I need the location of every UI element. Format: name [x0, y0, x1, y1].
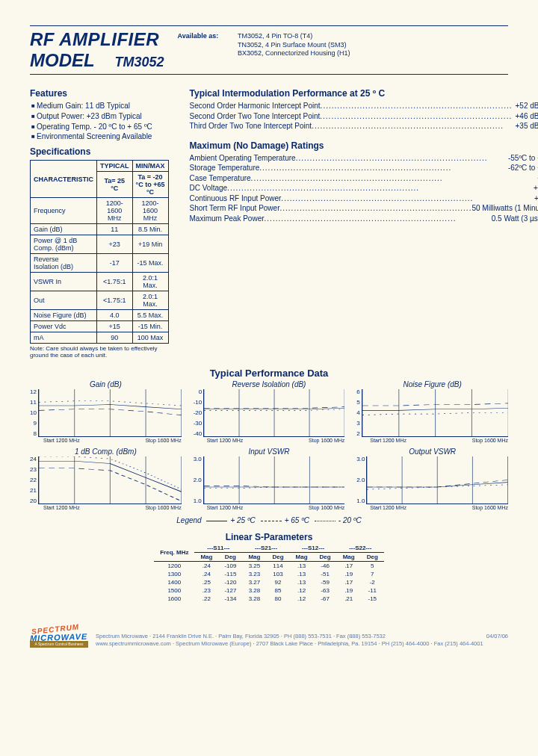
- spec-row-label: Out: [31, 291, 97, 310]
- list-label: Continuous RF Input Power: [190, 193, 282, 204]
- specs-table: CHARACTERISTIC TYPICAL MIN/MAX Ta= 25 °C…: [30, 160, 169, 344]
- list-label: Maximum Peak Power: [190, 214, 265, 224]
- sparam-col-s11: ---S11---: [194, 544, 242, 553]
- list-label: Third Order Two Tone Intercept Point: [190, 121, 312, 131]
- chart-xstop: Stop 1600 MHz: [309, 438, 344, 443]
- footer-line2: www.spectrummicrowave.com · Spectrum Mic…: [30, 640, 508, 648]
- chart-title: 1 dB Comp. (dBm): [30, 447, 182, 456]
- spec-row-label: Power Vdc: [31, 321, 97, 332]
- sparam-col-s12: ---S12---: [290, 544, 337, 553]
- availability-opt: BX3052, Connectorized Housing (H1): [238, 49, 350, 58]
- company-logo: SPECTRUM MICROWAVE A Spectrum Control Bu…: [30, 619, 88, 652]
- list-label: Storage Temperature: [190, 163, 260, 173]
- list-label: Ambient Operating Temperature: [190, 153, 296, 164]
- spec-row-label: Frequency: [31, 198, 97, 224]
- spec-val-minmax: 5.5 Max.: [132, 310, 168, 321]
- chart: 1 dB Comp. (dBm) 2423222120 Start 1200 M…: [30, 447, 182, 510]
- maxratings-heading: Maximum (No Damage) Ratings: [190, 140, 538, 151]
- chart-title: Reverse Isolation (dB): [194, 380, 345, 388]
- spec-row-label: mA: [31, 332, 97, 344]
- spec-col-char: CHARACTERISTIC: [31, 161, 97, 198]
- footer: SPECTRUM MICROWAVE A Spectrum Control Bu…: [30, 619, 508, 648]
- sparam-table: Freq. MHz ---S11--- ---S21--- ---S12--- …: [154, 544, 384, 603]
- sparam-col-s22: ---S22---: [337, 544, 384, 553]
- availability: Available as: TM3052, 4 Pin TO-8 (T4) TN…: [178, 29, 509, 58]
- chart-xstart: Start 1200 MHz: [207, 505, 244, 510]
- list-label: Second Order Harmonic Intercept Point: [190, 101, 321, 111]
- spec-val-minmax: 2.0:1 Max.: [132, 291, 168, 310]
- list-value: + 15 dBm: [534, 193, 538, 204]
- spec-row-label: Noise Figure (dB): [31, 310, 97, 321]
- list-label: Case Temperature: [190, 173, 251, 184]
- spec-val-minmax: -15 Max.: [132, 254, 168, 273]
- features-heading: Features: [30, 88, 169, 99]
- list-value: -62ºC to + 125 ºC: [508, 163, 538, 173]
- chart-xstart: Start 1200 MHz: [370, 505, 406, 510]
- spec-val-minmax: +19 Min: [132, 235, 168, 254]
- list-value: -55ºC to + 100 ºC: [508, 153, 538, 164]
- chart-xstop: Stop 1600 MHz: [472, 438, 508, 443]
- list-value: +46 dBm (Typ.): [516, 111, 539, 122]
- performance-heading: Typical Performance Data: [30, 368, 508, 379]
- list-label: DC Voltage: [190, 183, 228, 193]
- spec-val-typ: 11: [97, 224, 133, 235]
- sparam-row: 1400.25-1203.2792.13-59.17-2: [154, 578, 384, 586]
- feature-item: Output Power: +23 dBm Typical: [31, 111, 169, 122]
- spec-col-typ: TYPICAL: [97, 161, 133, 172]
- chart-xstop: Stop 1600 MHz: [472, 505, 508, 510]
- spec-val-typ: 90: [97, 332, 133, 344]
- chart: Input VSWR 3.02.01.0 Start 1200 MHzStop …: [194, 447, 345, 510]
- spec-val-minmax: 100 Max: [132, 332, 168, 344]
- spec-val-typ: +23: [97, 235, 133, 254]
- chart: Noise Figure (dB) 65432 Start 1200 MHzSt…: [356, 380, 508, 443]
- footer-line1: Spectrum Microwave · 2144 Franklin Drive…: [96, 633, 386, 639]
- feature-item: Environmental Screening Available: [31, 131, 169, 142]
- sparam-heading: Linear S-Parameters: [30, 532, 508, 542]
- list-label: Second Order Two Tone Intercept Point: [190, 111, 321, 122]
- availability-opt: TN3052, 4 Pin Surface Mount (SM3): [238, 41, 350, 50]
- availability-label: Available as:: [178, 32, 236, 41]
- spec-val-minmax: 1200-1600 MHz: [132, 198, 168, 224]
- spec-col-minmax: MIN/MAX: [132, 161, 168, 172]
- right-column: Typical Intermodulation Performance at 2…: [190, 84, 538, 359]
- features-list: Medium Gain: 11 dB Typical Output Power:…: [30, 101, 169, 142]
- sparam-col-s21: ---S21---: [242, 544, 289, 553]
- sparam-row: 1300.24-1153.23103.13-51.197: [154, 570, 384, 578]
- specs-note: Note: Care should always be taken to eff…: [30, 345, 169, 359]
- sparam-row: 1600.22-1343.2880.12-67.21-15: [154, 595, 384, 603]
- model-number: TM3052: [114, 55, 164, 69]
- spec-val-typ: 1200-1600 MHz: [97, 198, 133, 224]
- sparam-row: 1500.23-1273.2885.12-63.19-11: [154, 586, 384, 595]
- chart-xstart: Start 1200 MHz: [370, 438, 406, 443]
- list-value: 50 Milliwatts (1 Minute Max.): [471, 203, 538, 214]
- chart-xstop: Stop 1600 MHz: [309, 505, 344, 510]
- footer-date: 04/07/06: [486, 633, 508, 640]
- chart: Output VSWR 3.02.01.0 Start 1200 MHzStop…: [356, 447, 508, 510]
- chart-title: Gain (dB): [30, 380, 182, 388]
- list-value: +35 dBm (Typ.): [516, 121, 539, 131]
- spec-val-typ: <1.75:1: [97, 291, 133, 310]
- chart-legend: Legend + 25 ºC + 65 ºC - 20 ºC: [30, 516, 508, 524]
- spec-val-minmax: 2.0:1 Max.: [132, 273, 168, 291]
- list-label: Short Term RF Input Power: [190, 203, 280, 214]
- list-value: + 18 Volts: [534, 183, 538, 193]
- chart-xstart: Start 1200 MHz: [43, 505, 80, 510]
- header: RF AMPLIFIER MODEL TM3052 Available as: …: [30, 29, 508, 71]
- spec-row-label: Gain (dB): [31, 224, 97, 235]
- spec-val-typ: -17: [97, 254, 133, 273]
- spec-val-typ: <1.75:1: [97, 273, 133, 291]
- left-column: Features Medium Gain: 11 dB Typical Outp…: [30, 84, 169, 359]
- list-value: +52 dBm (Typ.): [516, 101, 539, 111]
- chart-title: Output VSWR: [356, 447, 508, 456]
- sparam-col-freq: Freq. MHz: [154, 544, 194, 562]
- sparam-row: 1200.24-1093.25114.13-46.175: [154, 562, 384, 571]
- product-type: RF AMPLIFIER: [30, 29, 164, 50]
- chart-title: Noise Figure (dB): [356, 380, 508, 388]
- spec-row-label: VSWR In: [31, 273, 97, 291]
- spec-row-label: ReverseIsolation (dB): [31, 254, 97, 273]
- spec-val-typ: +15: [97, 321, 133, 332]
- chart: Reverse Isolation (dB) 0-10-20-30-40 Sta…: [194, 380, 345, 443]
- intermod-heading: Typical Intermodulation Performance at 2…: [190, 88, 538, 99]
- availability-opt: TM3052, 4 Pin TO-8 (T4): [238, 32, 350, 41]
- chart-title: Input VSWR: [194, 447, 345, 456]
